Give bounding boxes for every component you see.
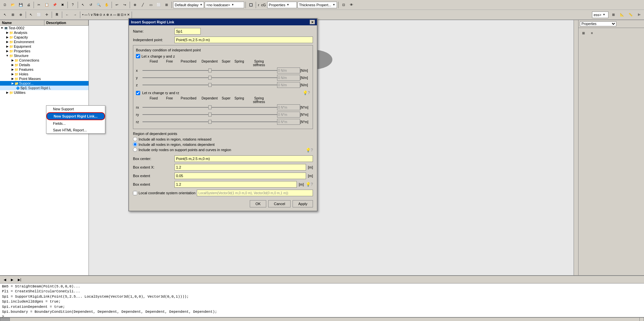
viewport-scrollbar-v[interactable] — [574, 20, 578, 275]
x-slider-thumb[interactable] — [208, 68, 212, 72]
box-center-input[interactable] — [174, 155, 313, 162]
delete-button[interactable]: ✖ — [59, 1, 66, 9]
z-slider-thumb[interactable] — [208, 83, 212, 87]
apply-button[interactable]: Apply — [293, 200, 313, 207]
tree-item-environment[interactable]: ▶ 📁 Environment — [0, 40, 89, 44]
indep-point-input[interactable] — [174, 37, 313, 43]
tree-item-pointmasses[interactable]: ▶ 📁 Point Masses — [0, 76, 89, 81]
region-radio-input-1[interactable] — [133, 137, 137, 141]
tree-item-utilities[interactable]: ▶ 📁 Utilities — [0, 90, 89, 95]
ry-slider-track[interactable] — [142, 112, 277, 117]
dialog-close-button[interactable]: ✕ — [310, 20, 315, 24]
select-button[interactable]: ↖ — [79, 1, 87, 9]
tree-item-support[interactable]: ▶ 📁 Suppor... — [0, 81, 89, 86]
pan-button[interactable]: ✋ — [103, 1, 110, 9]
arrow-right-button[interactable]: → — [71, 11, 79, 18]
right-panel-select[interactable]: Properties Thickness Propert... — [580, 21, 616, 26]
move-button[interactable]: ✛ — [43, 11, 50, 18]
list-icon-button[interactable]: ≡ — [588, 29, 596, 37]
add-point-button[interactable]: ⊕ — [131, 1, 139, 9]
rz-spring-input[interactable] — [277, 119, 300, 125]
region-radio-input-2[interactable] — [133, 142, 137, 147]
x-slider-track[interactable] — [142, 68, 277, 73]
context-new-support[interactable]: New Support — [46, 106, 105, 112]
save-button[interactable]: 💾 — [17, 1, 24, 9]
local-coord-input[interactable] — [197, 190, 313, 196]
console-left-btn[interactable]: ◀ — [1, 276, 9, 283]
tree-item-analysis[interactable]: ▶ 📁 Analysis — [0, 30, 89, 35]
tree-item-details[interactable]: ▶ 📁 Details — [0, 63, 89, 67]
z-slider-track[interactable] — [142, 82, 277, 88]
paste-button[interactable]: 📌 — [51, 1, 58, 9]
rect-sel-button[interactable]: ⬜ — [35, 11, 42, 18]
ry-spring-input[interactable] — [277, 112, 300, 118]
rz-slider-thumb[interactable] — [208, 120, 212, 124]
select3-button[interactable]: ↖ — [27, 11, 35, 18]
tree-item-sp1[interactable]: 🔷 Sp1 Support Rigid L — [0, 86, 89, 90]
mesh-button[interactable]: ⊞ — [163, 1, 170, 9]
cut-button[interactable]: ✂ — [35, 1, 42, 9]
align-button[interactable]: ⊫ — [635, 11, 643, 18]
grid-view-button[interactable]: ⊞ — [610, 11, 617, 18]
ess-dropdown[interactable]: ess> ▼ — [592, 12, 608, 18]
new-button[interactable]: 🗋 — [1, 1, 9, 9]
context-save-html[interactable]: Save HTML Report... — [46, 127, 105, 133]
add-surface-button[interactable]: ▭ — [147, 1, 154, 9]
z-spring-input[interactable] — [277, 82, 300, 88]
y-spring-input[interactable] — [277, 75, 300, 81]
box-extent2-input[interactable] — [174, 181, 297, 188]
rx-spring-input[interactable] — [277, 104, 300, 110]
let-x-checkbox[interactable] — [136, 54, 140, 58]
add-solid-button[interactable]: ⬜ — [155, 1, 162, 9]
ok-button[interactable]: OK — [250, 200, 266, 207]
console-right-btn[interactable]: ▶ — [9, 276, 16, 283]
tree-item-features[interactable]: ▶ 📁 Features — [0, 67, 89, 72]
box-extent-input[interactable] — [174, 173, 306, 179]
open-button[interactable]: 📂 — [9, 1, 16, 9]
tree-item-equipment[interactable]: ▶ 📁 Equipment — [0, 44, 89, 49]
local-coord-checkbox[interactable] — [133, 191, 137, 195]
context-fields[interactable]: Fields... — [46, 120, 105, 127]
filter-button[interactable]: ⊞ — [9, 11, 16, 18]
x-spring-input[interactable] — [277, 67, 300, 73]
render-button[interactable]: 🔲 — [247, 1, 254, 9]
tree-root[interactable]: ▼ 💻 Test-0002 — [0, 26, 89, 30]
tree-item-connections[interactable]: ▶ 📁 Connections — [0, 58, 89, 63]
rotate-button[interactable]: ↺ — [87, 1, 94, 9]
help-button[interactable]: ? — [69, 1, 76, 9]
arrow-left-button[interactable]: ← — [64, 11, 71, 18]
grid-icon-button[interactable]: ⊞ — [580, 29, 587, 37]
print-button[interactable]: 🖨 — [25, 1, 32, 9]
tree-item-capacity[interactable]: ▶ 📁 Capacity — [0, 35, 89, 40]
cancel-button[interactable]: Cancel — [268, 200, 291, 207]
copy-button[interactable]: 📋 — [43, 1, 50, 9]
snap-button[interactable]: ⊕ — [17, 11, 24, 18]
rx-slider-thumb[interactable] — [208, 105, 212, 109]
fit-button[interactable]: ⊡ — [340, 1, 347, 9]
undo-button[interactable]: ↩ — [113, 1, 120, 9]
measure-button[interactable]: 📏 — [627, 11, 634, 18]
let-rx-checkbox[interactable] — [136, 91, 140, 95]
tree-item-holes[interactable]: ▶ 📁 Holes — [0, 72, 89, 76]
box-extent-x-input[interactable] — [174, 164, 306, 171]
view-button[interactable]: 👁 — [348, 1, 355, 9]
R-button[interactable]: R — [53, 11, 61, 18]
loadcase-dropdown[interactable]: <no loadcase> ▼ — [205, 2, 244, 8]
rx-slider-track[interactable] — [142, 105, 277, 110]
console-scrollbar-thumb[interactable] — [0, 318, 10, 321]
context-new-support-rigid[interactable]: New Support Rigid Link... — [46, 112, 105, 120]
tree-item-properties[interactable]: ▶ 📁 Properties — [0, 49, 89, 53]
name-input[interactable] — [174, 28, 201, 35]
display-dropdown[interactable]: Default display ▼ — [173, 2, 204, 8]
console-scrollbar-h[interactable] — [0, 317, 639, 321]
properties-dropdown[interactable]: Properties ▼ — [267, 2, 297, 8]
region-radio-input-3[interactable] — [133, 147, 137, 152]
tree-item-structure[interactable]: ▼ 📁 Structure — [0, 53, 89, 58]
zoom-button[interactable]: 🔍 — [95, 1, 102, 9]
ruler-button[interactable]: 📐 — [618, 11, 626, 18]
thickness-dropdown[interactable]: Thickness Propert... ▼ — [297, 2, 337, 8]
rz-slider-track[interactable] — [142, 119, 277, 124]
ry-slider-thumb[interactable] — [208, 113, 212, 117]
add-line-button[interactable]: ╱ — [139, 1, 146, 9]
y-slider-thumb[interactable] — [208, 76, 212, 80]
